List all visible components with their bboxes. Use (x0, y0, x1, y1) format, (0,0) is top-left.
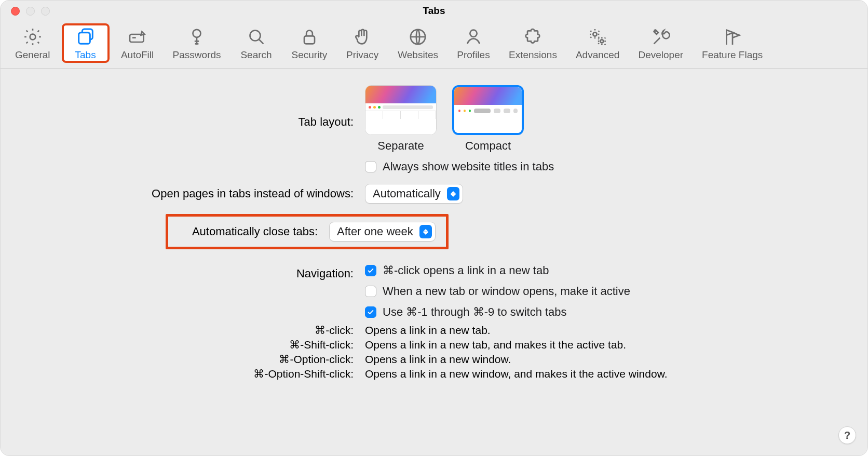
tools-icon (650, 26, 671, 47)
checkbox-box (365, 306, 376, 318)
checkbox-cmd-click-new-tab[interactable]: ⌘-click opens a link in a new tab (365, 264, 549, 277)
preferences-window: Tabs General Tabs AutoFill Passwords Sea… (0, 0, 868, 456)
toolbar-label: Websites (398, 49, 438, 61)
toolbar-label: Privacy (346, 49, 378, 61)
hint-key: ⌘-Shift-click: (21, 339, 354, 351)
layout-preview-compact (452, 85, 524, 135)
svg-point-3 (193, 30, 201, 37)
tabs-pane: Tab layout: Separate (1, 69, 867, 391)
toolbar-label: General (15, 49, 50, 61)
layout-option-separate[interactable]: Separate (365, 85, 437, 153)
checkbox-box (365, 265, 376, 276)
label-open-pages: Open pages in tabs instead of windows: (21, 184, 354, 200)
select-value: After one week (337, 225, 419, 238)
stepper-arrows-icon (419, 225, 432, 238)
toolbar-label: Tabs (75, 49, 96, 61)
stepper-arrows-icon (447, 187, 459, 200)
svg-point-0 (30, 34, 35, 40)
row-auto-close: Automatically close tabs: After one week (172, 214, 847, 249)
hint-key: ⌘-click: (21, 324, 354, 337)
window-title: Tabs (1, 5, 867, 17)
lock-icon (299, 26, 320, 47)
select-value: Automatically (373, 187, 447, 200)
svg-point-4 (250, 31, 260, 41)
toolbar-item-websites[interactable]: Websites (390, 23, 445, 63)
gear-icon (22, 26, 43, 47)
puzzle-icon (522, 26, 543, 47)
svg-rect-5 (304, 36, 315, 44)
checkbox-cmd-numbers[interactable]: Use ⌘-1 through ⌘-9 to switch tabs (365, 305, 567, 319)
label-tab-layout: Tab layout: (21, 85, 354, 129)
svg-point-8 (593, 32, 597, 36)
row-tab-layout: Tab layout: Separate (21, 85, 847, 173)
toolbar-label: Extensions (509, 49, 557, 61)
toolbar-item-advanced[interactable]: Advanced (568, 23, 627, 63)
globe-icon (408, 26, 428, 47)
toolbar-item-developer[interactable]: Developer (631, 23, 690, 63)
checkbox-box (365, 286, 376, 297)
layout-preview-separate (365, 85, 437, 135)
toolbar-label: Advanced (576, 49, 620, 61)
checkbox-box (365, 161, 376, 172)
highlight-auto-close: Automatically close tabs: After one week (166, 214, 449, 249)
flags-icon (722, 26, 743, 47)
help-icon: ? (844, 430, 850, 441)
row-open-pages: Open pages in tabs instead of windows: A… (21, 184, 847, 204)
toolbar-item-autofill[interactable]: AutoFill (114, 23, 161, 63)
toolbar-label: Passwords (173, 49, 221, 61)
hint-val: Opens a link in a new window. (365, 353, 847, 366)
label-auto-close: Automatically close tabs: (172, 225, 318, 238)
toolbar-item-search[interactable]: Search (233, 23, 280, 63)
svg-rect-1 (78, 33, 90, 44)
toolbar-label: Feature Flags (702, 49, 763, 61)
toolbar-item-tabs[interactable]: Tabs (62, 23, 110, 63)
hand-icon (352, 26, 373, 47)
hint-val: Opens a link in a new tab, and makes it … (365, 339, 847, 351)
hint-val: Opens a link in a new tab. (365, 324, 847, 337)
checkbox-label: Always show website titles in tabs (383, 160, 554, 173)
toolbar-label: Profiles (457, 49, 490, 61)
toolbar-item-extensions[interactable]: Extensions (501, 23, 564, 63)
shortcut-hints: ⌘-click: Opens a link in a new tab. ⌘-Sh… (21, 324, 847, 380)
toolbar-label: Search (240, 49, 272, 61)
hint-val: Opens a link in a new window, and makes … (365, 368, 847, 380)
label-navigation: Navigation: (21, 264, 354, 280)
autofill-icon (127, 26, 148, 47)
toolbar-label: AutoFill (121, 49, 154, 61)
toolbar-label: Security (292, 49, 328, 61)
help-button[interactable]: ? (838, 426, 856, 444)
key-icon (186, 26, 207, 47)
toolbar-item-feature-flags[interactable]: Feature Flags (695, 23, 770, 63)
svg-point-9 (601, 39, 604, 43)
row-navigation: Navigation: ⌘-click opens a link in a ne… (21, 264, 847, 319)
layout-option-compact[interactable]: Compact (452, 85, 524, 153)
toolbar-item-general[interactable]: General (8, 23, 58, 63)
toolbar-item-privacy[interactable]: Privacy (338, 23, 386, 63)
checkbox-label: ⌘-click opens a link in a new tab (383, 264, 549, 277)
checkbox-label: When a new tab or window opens, make it … (383, 285, 630, 298)
layout-caption: Compact (465, 139, 511, 153)
hint-key: ⌘-Option-click: (21, 353, 354, 366)
preferences-toolbar: General Tabs AutoFill Passwords Search S… (1, 21, 867, 69)
svg-point-7 (470, 30, 477, 37)
search-icon (246, 26, 267, 47)
toolbar-item-profiles[interactable]: Profiles (450, 23, 497, 63)
toolbar-label: Developer (638, 49, 683, 61)
checkbox-new-tab-active[interactable]: When a new tab or window opens, make it … (365, 285, 630, 298)
titlebar: Tabs (1, 1, 867, 21)
toolbar-item-security[interactable]: Security (284, 23, 335, 63)
layout-caption: Separate (377, 139, 424, 153)
select-open-pages[interactable]: Automatically (365, 184, 463, 204)
hint-key: ⌘-Option-Shift-click: (21, 368, 354, 380)
toolbar-item-passwords[interactable]: Passwords (166, 23, 228, 63)
select-auto-close[interactable]: After one week (329, 222, 436, 242)
checkbox-label: Use ⌘-1 through ⌘-9 to switch tabs (383, 305, 567, 319)
checkbox-always-show-titles[interactable]: Always show website titles in tabs (365, 160, 554, 173)
profile-icon (463, 26, 484, 47)
gears-icon (587, 26, 608, 47)
tabs-icon (75, 26, 96, 47)
